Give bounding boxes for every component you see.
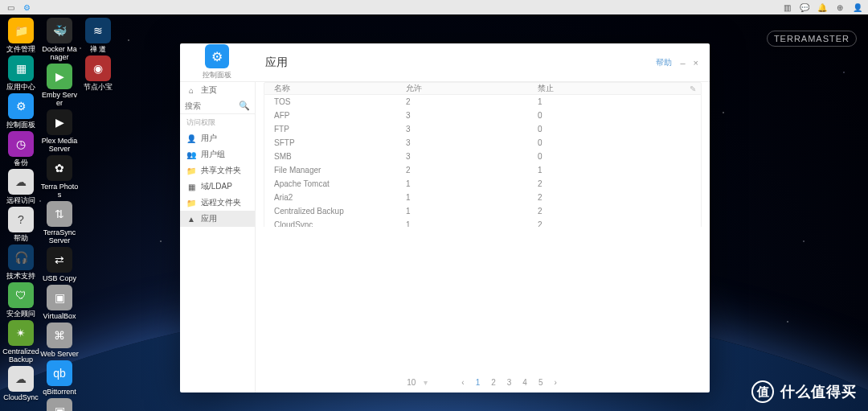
desktop-usb-copy[interactable]: ⇄USB Copy [40,247,79,282]
pager-page-2[interactable]: 2 [489,378,497,387]
minimize-button[interactable]: – [680,58,685,68]
brand-logo: TERRAMASTER [767,31,857,47]
desktop-label: 节点小宝 [79,83,117,91]
usb-copy-icon: ⇄ [47,247,72,273]
help-link[interactable]: 帮助 [656,57,672,68]
desktop-security[interactable]: 🛡安全顾问 [2,282,40,318]
network-icon[interactable]: ⊕ [834,2,845,13]
col-name[interactable]: 名称 [274,83,406,94]
cell-name: FTP [274,125,406,134]
chat-icon[interactable]: 💬 [799,2,810,13]
table-row[interactable]: TOS21 [264,95,701,109]
virtualbox-icon: ▣ [47,285,72,310]
web-server-icon: ⌘ [47,323,72,348]
centralized-backup-icon: ✴ [8,320,34,346]
col-deny[interactable]: 禁止 [538,83,669,94]
cell-deny: 2 [538,220,669,227]
desktop-plex-media-server[interactable]: ▶Plex Media Server [40,109,79,153]
app-center-icon: ▦ [8,55,34,81]
edit-columns-icon[interactable]: ✎ [690,84,696,93]
qbittorrent-icon: qb [47,360,72,386]
cell-deny: 0 [538,138,669,147]
desktop-label: 帮助 [2,234,40,242]
cell-allow: 3 [406,138,538,147]
user-icon[interactable]: 👤 [852,2,863,13]
desktop-jiedian[interactable]: ◉节点小宝 [79,55,117,91]
tech-support-icon: 🎧 [8,245,34,270]
cell-allow: 3 [406,125,538,134]
dashboard-icon[interactable]: ▥ [781,2,792,13]
show-desktop-icon[interactable]: ▭ [5,2,16,13]
cell-name: SFTP [274,138,406,147]
sidebar-search[interactable]: 🔍 [180,98,255,114]
pager-page-1[interactable]: 1 [474,378,482,387]
desktop-zen-tao[interactable]: ≋禅 道 [79,18,117,53]
user-icon: 👤 [186,134,196,143]
sidebar-item-shared-folder[interactable]: 📁共享文件夹 [180,162,255,179]
watermark-icon: 值 [751,380,774,403]
desktop-terrasync-server[interactable]: ⇅TerraSync Server [40,201,79,245]
desktop-label: CloudSync [2,393,40,401]
sidebar-item-remote-folder[interactable]: 📁远程文件夹 [180,195,255,211]
cell-allow: 1 [406,220,538,227]
sidebar-item-user[interactable]: 👤用户 [180,130,255,146]
sidebar-item-apps[interactable]: ▲应用 [180,211,255,227]
desktop-app-center[interactable]: ▦应用中心 [2,55,40,91]
page-size[interactable]: 10 [407,378,416,387]
table-row[interactable]: AFP30 [264,109,701,122]
desktop-web-server[interactable]: ⌘Web Server [40,323,79,358]
desktop-control-panel[interactable]: ⚙控制面板 [2,93,40,129]
domain-ldap-icon: ▦ [186,183,196,191]
desktop-label: 安全顾问 [2,310,40,318]
sidebar-home-label: 主页 [201,84,217,96]
page-title: 应用 [265,55,288,70]
desktop-cloudsync[interactable]: ☁CloudSync [2,366,40,401]
desktop-centralized-backup[interactable]: ✴Centralized Backup [2,320,40,364]
table-row[interactable]: SFTP30 [264,136,701,150]
desktop-virtualbox[interactable]: ▣VirtualBox [40,285,79,320]
terrasync-server-icon: ⇅ [47,201,72,227]
cell-deny: 1 [538,166,669,175]
desktop-emby-server[interactable]: ▶Emby Server [40,64,79,107]
desktop-remote-access[interactable]: ☁远程访问 [2,169,40,204]
cell-name: CloudSync [274,220,406,227]
desktop-qbittorrent[interactable]: qbqBittorrent [40,360,79,396]
desktop-file-manager[interactable]: 📁文件管理 [2,18,40,53]
app-name-label: 控制面板 [203,70,231,80]
desktop-label: 控制面板 [2,121,40,129]
desktop-help[interactable]: ?帮助 [2,207,40,242]
pager-prev[interactable]: ‹ [460,378,465,387]
pager-next[interactable]: › [552,378,558,387]
pager-page-5[interactable]: 5 [537,378,545,387]
desktop-terra-photos[interactable]: ✿Terra Photos [40,155,79,199]
pager-page-4[interactable]: 4 [521,378,529,387]
cell-deny: 1 [538,97,669,106]
desktop-label: Web Server [40,350,79,358]
table-row[interactable]: FTP30 [264,122,701,136]
table-row[interactable]: Apache Tomcat12 [264,177,701,191]
cell-allow: 1 [406,193,538,202]
desktop-media-server[interactable]: ▣多媒体服务器 [40,398,79,411]
close-button[interactable]: × [694,58,698,68]
col-allow[interactable]: 允许 [406,83,538,94]
desktop-docker-manager[interactable]: 🐳Docker Manager [40,18,79,61]
notification-icon[interactable]: 🔔 [817,2,828,13]
taskbar: ▭ ⚙ ▥ 💬 🔔 ⊕ 👤 [0,0,868,14]
table-row[interactable]: SMB30 [264,150,701,163]
sidebar-item-domain-ldap[interactable]: ▦域/LDAP [180,179,255,195]
search-input[interactable] [185,101,239,110]
table-row[interactable]: CloudSync12 [264,218,701,227]
taskbar-control-panel-icon[interactable]: ⚙ [21,2,32,13]
cell-allow: 2 [406,97,538,106]
desktop-backup[interactable]: ◷备份 [2,131,40,166]
desktop-tech-support[interactable]: 🎧技术支持 [2,245,40,280]
cell-deny: 2 [538,179,669,188]
sidebar-item-user-group[interactable]: 👥用户组 [180,146,255,162]
cell-allow: 2 [406,166,538,175]
table-row[interactable]: Aria212 [264,191,701,204]
pager-page-3[interactable]: 3 [506,378,514,387]
cell-name: File Manager [274,166,406,175]
table-row[interactable]: File Manager21 [264,163,701,177]
sidebar-home[interactable]: ⌂ 主页 [180,82,255,98]
table-row[interactable]: Centralized Backup12 [264,204,701,218]
